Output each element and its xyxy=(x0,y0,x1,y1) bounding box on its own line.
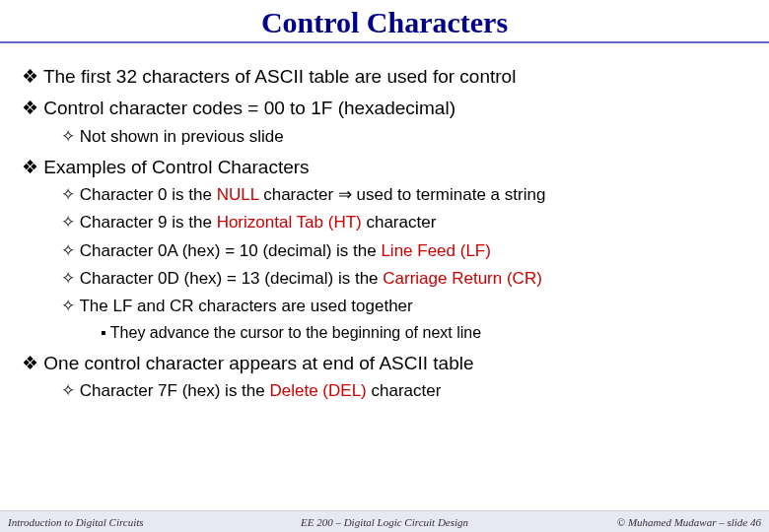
footer-left: Introduction to Digital Circuits xyxy=(8,516,144,528)
bullet-l2: Character 0A (hex) = 10 (decimal) is the… xyxy=(61,240,751,262)
bullet-l1: One control character appears at end of … xyxy=(22,352,751,375)
text: Character 7F (hex) is the xyxy=(80,381,270,400)
bullet-l2: Character 7F (hex) is the Delete (DEL) c… xyxy=(61,380,751,402)
highlight-lf: Line Feed (LF) xyxy=(381,241,491,260)
bullet-l2: The LF and CR characters are used togeth… xyxy=(61,296,751,317)
footer-right: © Muhamed Mudawar – slide 46 xyxy=(617,516,761,528)
highlight-cr: Carriage Return (CR) xyxy=(383,269,542,288)
footer-center: EE 200 – Digital Logic Circuit Design xyxy=(301,516,468,528)
text: character xyxy=(362,213,437,232)
bullet-l1: Control character codes = 00 to 1F (hexa… xyxy=(22,97,751,120)
text: Character 0 is the xyxy=(80,185,217,204)
text: used to terminate a string xyxy=(352,185,546,204)
text: character xyxy=(367,381,442,400)
slide-footer: Introduction to Digital Circuits EE 200 … xyxy=(0,510,769,532)
title-bar: Control Characters xyxy=(0,0,769,43)
text: character xyxy=(258,185,337,204)
bullet-l1: The first 32 characters of ASCII table a… xyxy=(22,65,751,89)
bullet-l2: Character 9 is the Horizontal Tab (HT) c… xyxy=(61,212,751,233)
highlight-del: Delete (DEL) xyxy=(269,381,366,400)
bullet-l2: Character 0 is the NULL character ⇒ used… xyxy=(61,184,751,206)
bullet-l2: Not shown in previous slide xyxy=(61,126,751,148)
bullet-l1: Examples of Control Characters xyxy=(22,156,751,179)
bullet-l2: Character 0D (hex) = 13 (decimal) is the… xyxy=(61,268,751,290)
highlight-ht: Horizontal Tab (HT) xyxy=(217,213,362,232)
highlight-null: NULL xyxy=(217,185,259,204)
arrow-icon: ⇒ xyxy=(338,185,352,204)
slide-content: The first 32 characters of ASCII table a… xyxy=(0,43,769,402)
text: Character 9 is the xyxy=(80,213,217,232)
text: Character 0D (hex) = 13 (decimal) is the xyxy=(80,269,384,288)
text: Character 0A (hex) = 10 (decimal) is the xyxy=(80,241,382,260)
bullet-l3: They advance the cursor to the beginning… xyxy=(101,323,751,344)
slide-title: Control Characters xyxy=(0,6,769,39)
